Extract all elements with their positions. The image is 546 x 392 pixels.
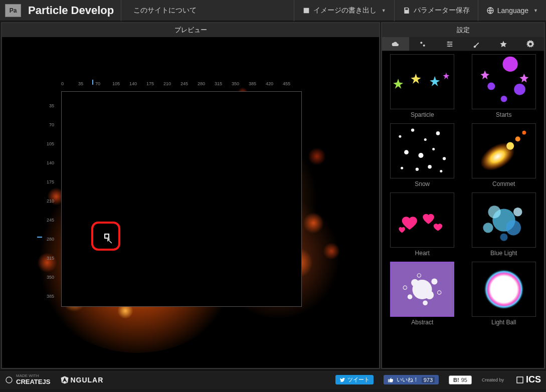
svg-point-50 [423, 300, 428, 305]
svg-point-1 [420, 42, 422, 44]
ruler-marker-h [92, 80, 93, 85]
preset-label: Abstract [411, 319, 433, 326]
preset-thumb [472, 192, 536, 248]
createjs-badge[interactable]: MADE WITH CREATEJS [5, 374, 50, 385]
svg-point-43 [500, 234, 507, 241]
preset-thumb [472, 123, 536, 178]
svg-point-24 [419, 153, 424, 158]
language-button[interactable]: Language ▼ [478, 0, 546, 21]
emitter-center-icon [104, 234, 109, 239]
madewith-label: MADE WITH [16, 374, 50, 378]
svg-point-56 [6, 377, 12, 383]
tweet-button[interactable]: ツイート [335, 375, 374, 384]
hatena-button[interactable]: B! 95 [449, 375, 472, 384]
v-tick: 315 [41, 256, 54, 261]
about-button[interactable]: このサイトについて [128, 0, 202, 21]
export-image-button[interactable]: イメージの書き出し ▼ [294, 0, 394, 21]
svg-point-39 [488, 206, 500, 218]
preset-thumb [390, 54, 454, 109]
h-tick: 280 [198, 81, 205, 86]
save-params-label: パラメーター保存 [414, 6, 470, 15]
svg-point-21 [424, 138, 427, 141]
header: Pa Particle Develop このサイトについて イメージの書き出し … [0, 0, 546, 21]
h-tick: 210 [163, 81, 171, 86]
svg-point-4 [450, 43, 452, 45]
svg-point-49 [432, 278, 438, 284]
v-tick: 35 [41, 103, 54, 108]
thumbs-up-icon [388, 377, 394, 383]
preset-heart[interactable]: Heart [384, 192, 461, 257]
svg-point-47 [425, 291, 434, 299]
svg-point-13 [487, 82, 495, 90]
preset-grid[interactable]: SparticleStartsSnowCommetHeartBlue Light… [382, 51, 544, 368]
svg-point-12 [502, 57, 517, 72]
tab-templates[interactable] [382, 37, 409, 51]
twitter-icon [339, 377, 345, 383]
svg-point-2 [423, 44, 425, 46]
image-icon [302, 7, 310, 15]
like-button[interactable]: いいね！ 973 [384, 375, 439, 384]
cogs-icon [419, 40, 427, 48]
svg-point-48 [408, 294, 413, 299]
preset-label: Blue Light [490, 250, 517, 257]
preset-label: Light Ball [491, 319, 516, 326]
h-tick: 35 [78, 81, 83, 86]
preset-bluelight[interactable]: Blue Light [466, 192, 542, 257]
preset-thumb [472, 262, 536, 317]
ics-brand[interactable]: ICS [516, 374, 541, 385]
preset-label: Heart [415, 250, 430, 257]
preset-label: Starts [496, 111, 511, 118]
angular-label: NGULAR [70, 376, 103, 384]
createjs-label: CREATEJS [16, 378, 50, 385]
h-tick: 350 [232, 81, 239, 86]
preset-lightball[interactable]: Light Ball [466, 262, 542, 326]
svg-point-3 [448, 41, 449, 43]
h-tick: 140 [129, 81, 137, 86]
preset-thumb [472, 54, 536, 109]
v-tick: 280 [41, 237, 54, 242]
emitter-handle[interactable] [91, 222, 120, 251]
v-tick: 175 [41, 179, 54, 184]
svg-point-40 [506, 220, 521, 235]
tab-shape[interactable] [490, 37, 517, 51]
svg-point-46 [411, 279, 419, 287]
preset-starts[interactable]: Starts [466, 54, 542, 118]
svg-point-30 [440, 170, 443, 172]
tab-emitter[interactable] [409, 37, 436, 51]
svg-point-22 [436, 131, 440, 135]
v-tick: 210 [41, 199, 54, 204]
preset-thumb [390, 123, 454, 178]
vertical-ruler: 3570105140175210245280315350385 [41, 103, 56, 319]
h-tick: 315 [215, 81, 222, 86]
h-tick: 70 [95, 81, 100, 86]
svg-point-28 [416, 168, 419, 171]
chevron-down-icon: ▼ [382, 8, 386, 13]
created-by-label: Created by [482, 377, 504, 382]
preview-canvas-area[interactable]: 03570105140175210245280315350385420455 3… [2, 37, 379, 368]
ics-icon [516, 376, 524, 384]
save-params-button[interactable]: パラメーター保存 [394, 0, 478, 21]
preset-abstract[interactable]: Abstract [384, 262, 461, 326]
preset-label: Sparticle [411, 111, 434, 118]
svg-rect-18 [391, 124, 454, 178]
save-icon [403, 7, 411, 15]
preset-commet[interactable]: Commet [466, 123, 542, 187]
svg-point-35 [522, 131, 526, 135]
preset-sparticle[interactable]: Sparticle [384, 54, 461, 118]
app-title: Particle Develop [28, 4, 114, 17]
ics-label: ICS [526, 374, 541, 385]
svg-point-34 [515, 136, 520, 141]
hatena-icon: B! [453, 377, 459, 383]
tab-params[interactable] [436, 37, 463, 51]
svg-point-19 [399, 135, 402, 138]
preset-snow[interactable]: Snow [384, 123, 461, 187]
tab-color[interactable] [463, 37, 490, 51]
settings-title: 設定 [382, 23, 544, 37]
canvas-outline [61, 91, 302, 307]
tab-canvas[interactable] [517, 37, 544, 51]
gear-icon [526, 40, 534, 48]
svg-point-15 [500, 96, 507, 102]
angular-badge[interactable]: NGULAR [60, 375, 103, 384]
preset-thumb [390, 192, 454, 248]
h-tick: 105 [112, 81, 120, 86]
